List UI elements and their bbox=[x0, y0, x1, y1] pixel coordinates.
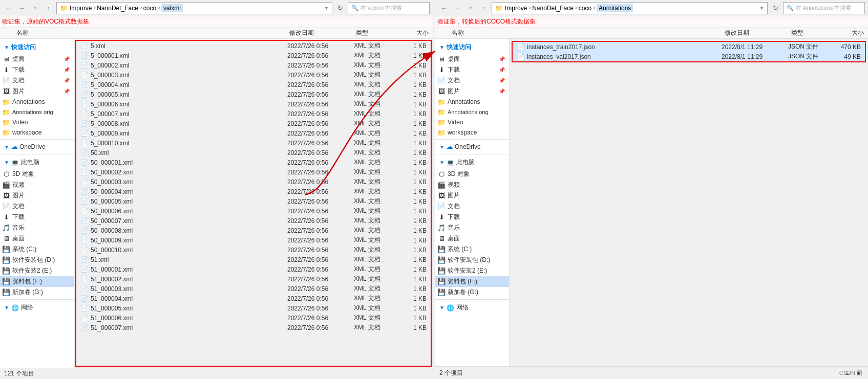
left-file-row[interactable]: 📄 51_000005.xml 2022/7/26 0:56 XML 文档 1 … bbox=[76, 303, 431, 313]
left-file-row[interactable]: 📄 50_000007.xml 2022/7/26 0:56 XML 文档 1 … bbox=[76, 216, 431, 226]
right-sidebar-desktop[interactable]: 🖥 桌面 📌 bbox=[435, 54, 509, 64]
left-file-row[interactable]: 📄 5_000006.xml 2022/7/26 0:56 XML 文档 1 K… bbox=[76, 99, 431, 109]
right-sidebar-picture[interactable]: 🖼 图片 📌 bbox=[435, 86, 509, 97]
right-sidebar-video[interactable]: 📁 Video bbox=[435, 117, 509, 127]
left-sidebar-3d[interactable]: ⬡ 3D 对象 bbox=[0, 169, 74, 180]
left-quick-access[interactable]: ▼ 快速访问 bbox=[0, 41, 74, 54]
left-col-name[interactable]: 名称 bbox=[0, 29, 289, 37]
left-search-bar[interactable]: 🔍 在 valxml 中搜索 bbox=[348, 2, 430, 14]
left-file-row[interactable]: 📄 50_000001.xml 2022/7/26 0:56 XML 文档 1 … bbox=[76, 158, 431, 167]
left-sidebar-download[interactable]: ⬇ 下载 📌 bbox=[0, 64, 74, 75]
right-refresh-btn[interactable]: ↻ bbox=[770, 3, 781, 14]
left-file-row[interactable]: 📄 50_000002.xml 2022/7/26 0:56 XML 文档 1 … bbox=[76, 167, 431, 177]
left-file-row[interactable]: 📄 50_000008.xml 2022/7/26 0:56 XML 文档 1 … bbox=[76, 226, 431, 235]
right-sidebar-annotations-orig[interactable]: 📁 Annotations orig bbox=[435, 107, 509, 117]
right-up-btn[interactable]: ↑ bbox=[478, 3, 490, 14]
left-file-row[interactable]: 📄 5_000002.xml 2022/7/26 0:56 XML 文档 1 K… bbox=[76, 60, 431, 70]
right-sidebar-document[interactable]: 📄 文档 📌 bbox=[435, 75, 509, 86]
left-sidebar-picture[interactable]: 🖼 图片 📌 bbox=[0, 86, 74, 97]
right-sidebar-docs[interactable]: 📄 文档 bbox=[435, 201, 509, 212]
left-file-row[interactable]: 📄 51_000002.xml 2022/7/26 0:56 XML 文档 1 … bbox=[76, 274, 431, 284]
right-sidebar-pics[interactable]: 🖼 图片 bbox=[435, 190, 509, 201]
left-file-row[interactable]: 📄 50_000010.xml 2022/7/26 0:56 XML 文档 1 … bbox=[76, 245, 431, 255]
left-sidebar-docs[interactable]: 📄 文档 bbox=[0, 201, 74, 212]
right-col-name[interactable]: 名称 bbox=[435, 29, 725, 37]
right-col-type[interactable]: 类型 bbox=[791, 29, 832, 37]
right-sidebar-music[interactable]: 🎵 音乐 bbox=[435, 222, 509, 233]
right-sidebar-download[interactable]: ⬇ 下载 📌 bbox=[435, 64, 509, 75]
address-expand-left[interactable]: ▼ bbox=[324, 6, 329, 11]
address-expand-right[interactable]: ▼ bbox=[759, 6, 764, 11]
left-sidebar-dl[interactable]: ⬇ 下载 bbox=[0, 212, 74, 222]
left-sidebar-videos[interactable]: 🎬 视频 bbox=[0, 180, 74, 190]
right-sidebar-workspace[interactable]: 📁 workspace bbox=[435, 127, 509, 138]
left-file-row[interactable]: 📄 51_000006.xml 2022/7/26 0:56 XML 文档 1 … bbox=[76, 313, 431, 323]
left-file-row[interactable]: 📄 50.xml 2022/7/26 0:56 XML 文档 1 KB bbox=[76, 148, 431, 158]
right-back-btn[interactable]: ← bbox=[438, 3, 450, 14]
right-file-row-val[interactable]: 📄 instances_val2017.json 2022/8/1 11:29 … bbox=[513, 52, 865, 61]
left-file-row[interactable]: 📄 50_000004.xml 2022/7/26 0:56 XML 文档 1 … bbox=[76, 187, 431, 196]
left-file-row[interactable]: 📄 5_000003.xml 2022/7/26 0:56 XML 文档 1 K… bbox=[76, 70, 431, 80]
right-sidebar-g[interactable]: 💾 新加卷 (G:) bbox=[435, 287, 509, 298]
right-col-date[interactable]: 修改日期 bbox=[725, 29, 791, 37]
left-file-row[interactable]: 📄 51.xml 2022/7/26 0:56 XML 文档 1 KB bbox=[76, 255, 431, 264]
right-address-bar[interactable]: 📁 Improve > NanoDet_Face > coco > Annota… bbox=[492, 2, 768, 14]
left-refresh-btn[interactable]: ↻ bbox=[334, 3, 346, 14]
right-sidebar-annotations[interactable]: 📁 Annotations bbox=[435, 97, 509, 107]
left-sidebar-desk2[interactable]: 🖥 桌面 bbox=[0, 233, 74, 244]
left-sidebar-document[interactable]: 📄 文档 📌 bbox=[0, 75, 74, 86]
left-file-row[interactable]: 📄 51_000004.xml 2022/7/26 0:56 XML 文档 1 … bbox=[76, 294, 431, 303]
left-address-bar[interactable]: 📁 Improve > NanoDet_Face > coco > valxml… bbox=[56, 2, 332, 14]
left-file-row[interactable]: 📄 5_000004.xml 2022/7/26 0:56 XML 文档 1 K… bbox=[76, 80, 431, 90]
right-col-size[interactable]: 大小 bbox=[832, 29, 868, 37]
left-sidebar-annotations[interactable]: 📁 Annotations bbox=[0, 97, 74, 107]
left-sidebar-e[interactable]: 💾 软件安装2 (E:) bbox=[0, 265, 74, 276]
right-quick-access[interactable]: ▼ 快速访问 bbox=[435, 41, 509, 54]
right-onedrive[interactable]: ▼ ☁ OneDrive bbox=[435, 141, 509, 152]
left-sidebar-f[interactable]: 💾 资料包 (F:) bbox=[0, 276, 74, 287]
left-file-row[interactable]: 📄 5_000008.xml 2022/7/26 0:56 XML 文档 1 K… bbox=[76, 119, 431, 128]
right-sidebar-f[interactable]: 💾 资料包 (F:) bbox=[435, 276, 509, 287]
left-file-row[interactable]: 📄 5.xml 2022/7/26 0:56 XML 文档 1 KB bbox=[76, 41, 431, 51]
left-col-type[interactable]: 类型 bbox=[356, 29, 397, 37]
left-recent-btn[interactable]: ▼ bbox=[30, 3, 41, 14]
right-sidebar-c[interactable]: 💾 系统 (C:) bbox=[435, 244, 509, 255]
left-sidebar-d[interactable]: 💾 软件安装包 (D:) bbox=[0, 255, 74, 265]
left-file-row[interactable]: 📄 5_000007.xml 2022/7/26 0:56 XML 文档 1 K… bbox=[76, 109, 431, 119]
left-col-date[interactable]: 修改日期 bbox=[289, 29, 356, 37]
left-sidebar-g[interactable]: 💾 新加卷 (G:) bbox=[0, 287, 74, 298]
left-network[interactable]: ▼ 🌐 网络 bbox=[0, 301, 74, 314]
left-thispc[interactable]: ▼ 💻 此电脑 bbox=[0, 156, 74, 169]
left-file-row[interactable]: 📄 5_000001.xml 2022/7/26 0:56 XML 文档 1 K… bbox=[76, 51, 431, 60]
right-sidebar-videos[interactable]: 🎬 视频 bbox=[435, 180, 509, 190]
right-recent-btn[interactable]: ▼ bbox=[465, 3, 476, 14]
left-sidebar-music[interactable]: 🎵 音乐 bbox=[0, 222, 74, 233]
left-sidebar-pics[interactable]: 🖼 图片 bbox=[0, 190, 74, 201]
left-sidebar-video[interactable]: 📁 Video bbox=[0, 117, 74, 127]
left-sidebar-annotations-orig[interactable]: 📁 Annotations orig bbox=[0, 107, 74, 117]
left-file-row[interactable]: 📄 5_000005.xml 2022/7/26 0:56 XML 文档 1 K… bbox=[76, 90, 431, 99]
left-sidebar-workspace[interactable]: 📁 workspace bbox=[0, 127, 74, 138]
right-network[interactable]: ▼ 🌐 网络 bbox=[435, 301, 509, 314]
right-forward-btn[interactable]: → bbox=[452, 3, 463, 14]
left-file-row[interactable]: 📄 51_000007.xml 2022/7/26 0:56 XML 文档 1 … bbox=[76, 323, 431, 332]
left-file-row[interactable]: 📄 50_000005.xml 2022/7/26 0:56 XML 文档 1 … bbox=[76, 196, 431, 206]
left-file-row[interactable]: 📄 51_000003.xml 2022/7/26 0:56 XML 文档 1 … bbox=[76, 284, 431, 294]
right-sidebar-e[interactable]: 💾 软件安装2 (E:) bbox=[435, 265, 509, 276]
right-sidebar-d[interactable]: 💾 软件安装包 (D:) bbox=[435, 255, 509, 265]
right-sidebar-3d[interactable]: ⬡ 3D 对象 bbox=[435, 169, 509, 180]
left-col-size[interactable]: 大小 bbox=[397, 29, 433, 37]
left-file-row[interactable]: 📄 50_000009.xml 2022/7/26 0:56 XML 文档 1 … bbox=[76, 235, 431, 245]
right-sidebar-dl[interactable]: ⬇ 下载 bbox=[435, 212, 509, 222]
left-file-row[interactable]: 📄 5_000009.xml 2022/7/26 0:56 XML 文档 1 K… bbox=[76, 128, 431, 138]
left-sidebar-desktop[interactable]: 🖥 桌面 📌 bbox=[0, 54, 74, 64]
right-search-bar[interactable]: 🔍 在 Annotations 中搜索 bbox=[783, 2, 865, 14]
right-thispc[interactable]: ▼ 💻 此电脑 bbox=[435, 156, 509, 169]
right-sidebar-desk2[interactable]: 🖥 桌面 bbox=[435, 233, 509, 244]
left-forward-btn[interactable]: → bbox=[16, 3, 28, 14]
left-file-row[interactable]: 📄 50_000006.xml 2022/7/26 0:56 XML 文档 1 … bbox=[76, 206, 431, 216]
left-up-btn[interactable]: ↑ bbox=[43, 3, 54, 14]
left-file-row[interactable]: 📄 5_000010.xml 2022/7/26 0:56 XML 文档 1 K… bbox=[76, 138, 431, 148]
left-back-btn[interactable]: ← bbox=[3, 3, 14, 14]
left-file-row[interactable]: 📄 50_000003.xml 2022/7/26 0:56 XML 文档 1 … bbox=[76, 177, 431, 187]
